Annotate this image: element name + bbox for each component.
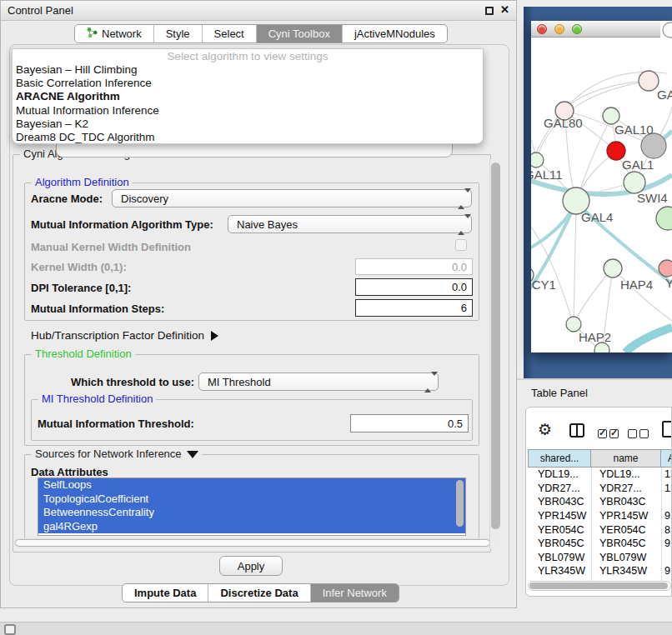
- popup-item[interactable]: Mutual Information Inference: [13, 104, 483, 118]
- column-header-name[interactable]: name: [591, 449, 661, 468]
- network-node[interactable]: [663, 22, 672, 38]
- cell[interactable]: YER054C: [528, 524, 591, 536]
- cell[interactable]: YLR345W: [528, 565, 591, 577]
- select-all-checkboxes-icon[interactable]: [598, 427, 621, 442]
- table-row[interactable]: YBL079WYBL079W: [528, 551, 672, 565]
- cell[interactable]: YBR043C: [528, 496, 591, 508]
- close-icon[interactable]: ✕: [500, 3, 509, 16]
- tab-network[interactable]: Network: [75, 25, 153, 42]
- manual-kernel-width-checkbox[interactable]: [455, 239, 467, 251]
- horizontal-scrollbar-thumb[interactable]: [15, 539, 490, 547]
- tab-jactivemnodules[interactable]: jActiveMNodules: [342, 25, 447, 42]
- columns-icon[interactable]: [569, 423, 584, 438]
- bottom-tab-bar: Impute Data Discretize Data Infer Networ…: [122, 583, 399, 602]
- table-row[interactable]: YDL19...YDL19...13: [528, 468, 672, 482]
- mi-steps-value: 6: [461, 302, 467, 314]
- table-scrollbar-thumb[interactable]: [529, 582, 668, 589]
- minimize-traffic-light-icon[interactable]: [554, 24, 564, 34]
- network-node[interactable]: [656, 207, 672, 230]
- popup-item[interactable]: Basic Correlation Inference: [13, 77, 483, 90]
- close-traffic-light-icon[interactable]: [537, 24, 547, 34]
- cell[interactable]: 9.: [661, 565, 672, 577]
- cell[interactable]: YPR145W: [591, 510, 661, 522]
- tab-infer-network-label: Infer Network: [323, 587, 387, 599]
- cell[interactable]: YBL079W: [528, 552, 591, 563]
- gear-icon[interactable]: ⚙: [538, 420, 552, 439]
- table-row[interactable]: YER054CYER054C8.: [528, 522, 672, 537]
- cell[interactable]: YDL19...: [591, 468, 661, 480]
- aracne-mode-select[interactable]: Discovery: [112, 189, 472, 208]
- cell[interactable]: 12: [661, 482, 672, 494]
- tab-impute-data[interactable]: Impute Data: [123, 584, 208, 602]
- list-scrollbar-thumb[interactable]: [456, 480, 464, 527]
- table-row[interactable]: YLR345WYLR345W9.: [528, 564, 672, 578]
- apply-button-label: Apply: [238, 560, 265, 572]
- cell[interactable]: YBR043C: [591, 496, 661, 508]
- cell[interactable]: 8.: [661, 524, 672, 536]
- cell[interactable]: YDR27...: [591, 482, 661, 494]
- table-row[interactable]: YPR145WYPR145W9.: [528, 509, 672, 523]
- mi-steps-label: Mutual Information Steps:: [31, 302, 164, 315]
- list-item[interactable]: BetweennessCentrality: [38, 506, 465, 520]
- vertical-scrollbar-thumb[interactable]: [491, 162, 500, 529]
- document-icon[interactable]: [662, 421, 672, 438]
- mi-steps-input[interactable]: 6: [355, 299, 473, 317]
- mi-algorithm-type-select[interactable]: Naive Bayes: [228, 215, 472, 233]
- list-item[interactable]: TopologicalCoefficient: [38, 492, 465, 507]
- cell[interactable]: 13: [661, 468, 672, 480]
- column-header-shared-name[interactable]: shared...: [528, 449, 591, 468]
- cell[interactable]: YER054C: [591, 524, 661, 536]
- network-canvas[interactable]: GAL80 GAL10 GAL1 GAL11 SWI4 GAL4 GCY1 HA…: [531, 21, 672, 352]
- popup-item-selected[interactable]: ARACNE Algorithm: [13, 90, 483, 103]
- cell[interactable]: 9.: [661, 538, 672, 549]
- popup-item[interactable]: Bayesian – Hill Climbing: [13, 63, 483, 77]
- cell[interactable]: YPR145W: [528, 510, 591, 522]
- which-threshold-select[interactable]: MI Threshold: [198, 372, 439, 391]
- cell[interactable]: YLR345W: [591, 565, 661, 577]
- cell[interactable]: 9.: [661, 510, 672, 522]
- cell[interactable]: YDL19...: [528, 468, 591, 480]
- node-label: GAL1: [622, 158, 654, 172]
- cell[interactable]: YBR045C: [591, 538, 661, 549]
- network-node[interactable]: [639, 71, 659, 91]
- table-row[interactable]: YBR045CYBR045C9.: [528, 537, 672, 551]
- settings-horizontal-scrollbar[interactable]: [14, 538, 491, 548]
- kernel-width-input[interactable]: 0.0: [355, 258, 473, 275]
- tab-jactivemnodules-label: jActiveMNodules: [354, 28, 435, 40]
- network-node-hap4[interactable]: [604, 259, 622, 278]
- cell[interactable]: YDR27...: [528, 482, 591, 494]
- table-horizontal-scrollbar[interactable]: [528, 581, 671, 591]
- panel-divider[interactable]: [517, 378, 672, 380]
- popup-item[interactable]: Dream8 DC_TDC Algorithm: [13, 131, 483, 144]
- tab-infer-network[interactable]: Infer Network: [310, 584, 399, 602]
- settings-vertical-scrollbar[interactable]: [489, 159, 500, 549]
- network-node-gal10[interactable]: [603, 108, 619, 124]
- table-row[interactable]: YDR27...YDR27...12: [528, 482, 672, 496]
- network-node-gal11[interactable]: [531, 152, 544, 168]
- popup-item[interactable]: Bayesian – K2: [13, 118, 483, 131]
- hub-definition-toggle[interactable]: Hub/Transcription Factor Definition: [31, 329, 218, 342]
- minimized-panel-icon[interactable]: [4, 624, 16, 635]
- float-window-icon[interactable]: [485, 7, 494, 15]
- tab-style[interactable]: Style: [153, 25, 202, 42]
- apply-button[interactable]: Apply: [219, 556, 283, 576]
- network-node[interactable]: [659, 260, 672, 277]
- cell[interactable]: YBL079W: [591, 552, 661, 563]
- tab-select[interactable]: Select: [202, 25, 256, 42]
- table-panel-window: ⚙ shared... name A YDL19...YDL19...13 YD…: [525, 407, 672, 597]
- mi-threshold-input[interactable]: 0.5: [350, 414, 469, 432]
- network-node-gray[interactable]: [641, 133, 666, 158]
- tab-cyni-toolbox[interactable]: Cyni Toolbox: [256, 25, 342, 42]
- sources-toggle[interactable]: Sources for Network Inference: [32, 448, 202, 460]
- deselect-all-checkboxes-icon[interactable]: [628, 427, 651, 442]
- tab-network-label: Network: [102, 28, 142, 40]
- cell[interactable]: YBR045C: [528, 538, 591, 549]
- list-item[interactable]: gal4RGexp: [38, 520, 465, 534]
- dpi-tolerance-input[interactable]: 0.0: [355, 278, 473, 296]
- zoom-traffic-light-icon[interactable]: [572, 24, 582, 34]
- table-row[interactable]: YBR043CYBR043C: [528, 495, 672, 509]
- tab-discretize-data[interactable]: Discretize Data: [208, 584, 309, 602]
- list-item[interactable]: SelfLoops: [38, 478, 465, 492]
- column-header-clipped[interactable]: A: [661, 449, 672, 468]
- tab-style-label: Style: [166, 28, 190, 40]
